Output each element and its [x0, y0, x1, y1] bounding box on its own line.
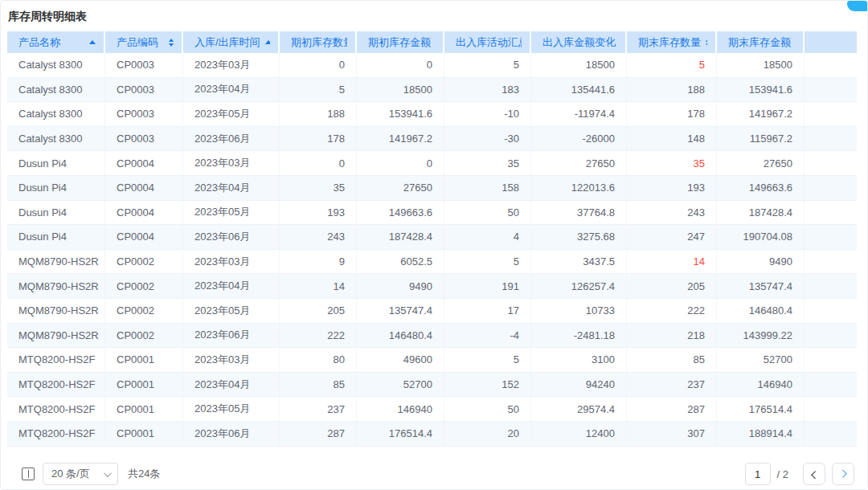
table-cell: 178 — [627, 102, 717, 127]
table-cell: 243 — [627, 201, 717, 226]
page-size-select[interactable]: 20 条/页 — [43, 463, 118, 485]
table-cell: 0 — [280, 151, 357, 176]
table-cell-empty — [805, 176, 857, 201]
table-cell: CP0003 — [105, 78, 183, 103]
page-title: 库存周转明细表 — [8, 9, 867, 24]
table-row: MTQ8200-HS2FCP00012023年06月287176514.4201… — [7, 422, 857, 447]
table-row: MQM8790-HS2RCP00022023年04月14949019112625… — [7, 274, 857, 299]
sort-both-icon[interactable] — [706, 39, 707, 47]
table-cell: 143999.22 — [717, 324, 805, 349]
table-cell: 49600 — [357, 348, 444, 373]
table-cell: 122013.6 — [531, 176, 627, 201]
table-cell: 2023年06月 — [183, 324, 280, 349]
table-cell: 146480.4 — [357, 324, 444, 349]
table-cell: CP0003 — [105, 127, 183, 152]
table-cell: CP0001 — [105, 348, 183, 373]
table-cell: 2023年06月 — [183, 225, 280, 250]
page-size-label: 20 条/页 — [51, 467, 90, 481]
table-cell: 20 — [444, 422, 531, 447]
table-cell: 2023年03月 — [183, 250, 280, 275]
table-cell: 135747.4 — [717, 274, 805, 299]
table-cell: 191 — [444, 274, 531, 299]
table-cell: 94240 — [531, 373, 627, 398]
table-cell: 17 — [444, 299, 531, 324]
table-cell: 149663.6 — [717, 176, 805, 201]
table-cell: 193 — [280, 201, 357, 226]
table-cell: MTQ8200-HS2F — [7, 397, 105, 422]
table-cell: CP0004 — [105, 225, 183, 250]
table-cell-empty — [805, 151, 857, 176]
column-label: 期初库存数量 — [291, 35, 347, 50]
table-cell: -11974.4 — [531, 102, 627, 127]
table-columns-icon[interactable] — [22, 468, 35, 480]
column-header[interactable]: 产品名称 — [7, 31, 105, 53]
table-cell: 243 — [280, 225, 357, 250]
prev-page-button[interactable] — [803, 463, 825, 485]
sort-asc-icon[interactable] — [89, 40, 96, 44]
column-header[interactable]: 期末库存数量 — [627, 31, 717, 53]
table-cell: 5 — [280, 78, 357, 103]
table-cell-empty — [805, 201, 857, 226]
table-cell: MTQ8200-HS2F — [7, 373, 105, 398]
chevron-left-icon — [811, 471, 819, 479]
table-cell: MTQ8200-HS2F — [7, 348, 105, 373]
floating-edge-button[interactable] — [847, 1, 867, 11]
next-page-button[interactable] — [832, 463, 854, 485]
column-header[interactable]: 产品编码 — [105, 31, 183, 53]
table-cell: 5 — [444, 53, 531, 78]
column-header[interactable]: 期初库存金额 — [357, 31, 444, 53]
column-header[interactable]: 入库/出库时间 — [183, 31, 280, 53]
column-label: 产品编码 — [117, 35, 158, 50]
table-cell: 183 — [444, 78, 531, 103]
table-cell: 9490 — [717, 250, 805, 275]
table-cell: 14 — [627, 250, 717, 275]
table-cell: 188 — [627, 78, 717, 103]
table-cell: 3437.5 — [531, 250, 627, 275]
table-cell: CP0004 — [105, 151, 183, 176]
table-cell: 10733 — [531, 299, 627, 324]
table-cell: 3275.68 — [531, 225, 627, 250]
table-cell: 5 — [444, 250, 531, 275]
table-cell: -4 — [444, 324, 531, 349]
table-cell: CP0001 — [105, 422, 183, 447]
table-cell-empty — [805, 250, 857, 275]
table-cell: 52700 — [717, 348, 805, 373]
column-header[interactable]: 出入库活动汇总 — [444, 31, 531, 53]
table-cell: Catalyst 8300 — [7, 78, 105, 103]
table-row: MTQ8200-HS2FCP00012023年04月85527001529424… — [7, 373, 857, 398]
column-label: 产品名称 — [18, 35, 60, 50]
table-cell: 237 — [627, 373, 717, 398]
sort-asc-icon[interactable] — [265, 40, 270, 44]
table-body: Catalyst 8300CP00032023年03月0051850051850… — [7, 53, 857, 447]
table-cell: 178 — [280, 127, 357, 152]
table-cell: 18500 — [531, 53, 627, 78]
table-cell: 29574.4 — [531, 397, 627, 422]
table-row: MTQ8200-HS2FCP00012023年05月23714694050295… — [7, 397, 857, 422]
table-cell: 205 — [627, 274, 717, 299]
table-cell: 153941.6 — [717, 78, 805, 103]
table-cell: -2481.18 — [531, 324, 627, 349]
table-cell: CP0003 — [105, 53, 183, 78]
table-cell: Dusun Pi4 — [7, 151, 105, 176]
table-cell: 6052.5 — [357, 250, 444, 275]
table-cell: 2023年03月 — [183, 151, 280, 176]
table-cell: 188 — [280, 102, 357, 127]
table-cell: 2023年05月 — [183, 201, 280, 226]
column-header[interactable]: 期末库存金额 — [717, 31, 805, 53]
table-cell-empty — [805, 397, 857, 422]
table-cell: MQM8790-HS2R — [7, 324, 105, 349]
column-header[interactable]: 期初库存数量 — [280, 31, 357, 53]
table-cell: 35 — [280, 176, 357, 201]
table-cell: 218 — [627, 324, 717, 349]
table-cell-empty — [805, 78, 857, 103]
column-label: 出入库金额变化 — [542, 35, 616, 50]
sort-both-icon[interactable] — [169, 39, 174, 47]
table-cell: MQM8790-HS2R — [7, 250, 105, 275]
current-page-input[interactable]: 1 — [745, 463, 771, 485]
table-cell: 2023年03月 — [183, 348, 280, 373]
table-row: MQM8790-HS2RCP00022023年03月96052.553437.5… — [7, 250, 857, 275]
table-row: Catalyst 8300CP00032023年06月178141967.2-3… — [7, 127, 857, 152]
table-row: Dusun Pi4CP00042023年04月3527650158122013.… — [7, 176, 857, 201]
column-header[interactable]: 出入库金额变化 — [531, 31, 627, 53]
table-cell: 3100 — [531, 348, 627, 373]
